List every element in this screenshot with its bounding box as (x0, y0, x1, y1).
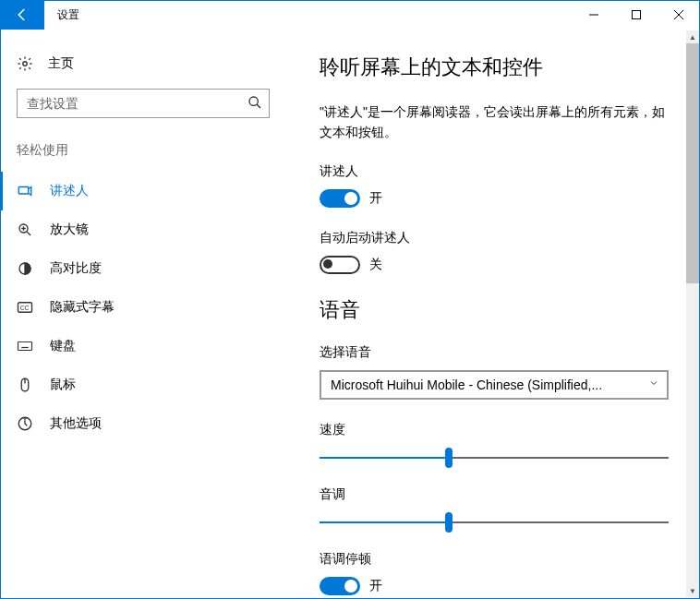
vertical-scrollbar[interactable]: ▲ ▼ (686, 30, 699, 597)
close-button[interactable] (658, 0, 700, 30)
sidebar-item-narrator[interactable]: 讲述人 (0, 172, 286, 210)
sidebar-item-magnifier[interactable]: 放大镜 (0, 210, 286, 249)
scroll-thumb[interactable] (686, 43, 699, 283)
sidebar-item-mouse[interactable]: 鼠标 (0, 365, 286, 404)
minimize-button[interactable] (573, 0, 615, 30)
home-link[interactable]: 主页 (0, 48, 286, 89)
maximize-button[interactable] (615, 0, 658, 30)
sidebar-item-label: 鼠标 (50, 377, 76, 393)
autostart-state: 关 (369, 257, 382, 273)
search-input[interactable] (17, 89, 270, 118)
sidebar-item-cc[interactable]: CC 隐藏式字幕 (0, 288, 286, 327)
search-container (17, 89, 270, 118)
cc-icon: CC (17, 299, 33, 316)
svg-rect-15 (18, 342, 32, 351)
pitch-label: 音调 (320, 486, 672, 503)
sidebar-item-label: 讲述人 (50, 183, 89, 199)
page-heading: 聆听屏幕上的文本和控件 (320, 54, 672, 81)
scroll-down-icon[interactable]: ▼ (686, 584, 699, 597)
sidebar-item-label: 隐藏式字幕 (50, 299, 115, 316)
speed-slider[interactable] (320, 448, 669, 468)
narrator-state: 开 (369, 190, 382, 207)
svg-rect-7 (18, 187, 29, 195)
narrator-label: 讲述人 (320, 163, 672, 180)
home-label: 主页 (48, 55, 74, 72)
magnifier-icon (17, 222, 33, 238)
sidebar-item-contrast[interactable]: 高对比度 (0, 249, 286, 288)
window-controls (573, 0, 700, 30)
sidebar-item-label: 键盘 (50, 338, 76, 354)
sidebar-section-label: 轻松使用 (0, 142, 286, 172)
voice-select[interactable]: Microsoft Huihui Mobile - Chinese (Simpl… (320, 370, 669, 400)
sidebar: 主页 轻松使用 讲述人 放大镜 高对比度 CC 隐藏式字幕 键盘 鼠 (0, 30, 286, 599)
content-pane: 聆听屏幕上的文本和控件 "讲述人"是一个屏幕阅读器，它会读出屏幕上的所有元素，如… (286, 30, 700, 599)
sidebar-item-label: 放大镜 (50, 222, 89, 238)
sidebar-item-label: 其他选项 (50, 415, 102, 432)
voice-selected-text: Microsoft Huihui Mobile - Chinese (Simpl… (331, 377, 602, 392)
svg-text:CC: CC (20, 305, 30, 311)
window-title: 设置 (44, 0, 573, 30)
svg-point-4 (23, 62, 28, 66)
autostart-label: 自动启动讲述人 (320, 230, 672, 246)
search-icon (247, 95, 262, 110)
pitch-thumb[interactable] (445, 512, 453, 533)
pause-state: 开 (369, 578, 382, 594)
narrator-toggle[interactable] (320, 189, 360, 208)
sidebar-item-other[interactable]: 其他选项 (0, 404, 286, 443)
pause-toggle[interactable] (320, 577, 360, 595)
speed-label: 速度 (320, 422, 672, 438)
svg-line-9 (27, 232, 30, 235)
back-button[interactable] (0, 0, 44, 30)
other-icon (17, 415, 33, 432)
keyboard-icon (17, 338, 33, 354)
pause-label: 语调停顿 (320, 551, 672, 568)
chevron-down-icon (648, 377, 659, 391)
gear-icon (17, 55, 33, 72)
titlebar: 设置 (0, 0, 700, 30)
mouse-icon (17, 377, 33, 393)
voice-select-label: 选择语音 (320, 344, 672, 361)
svg-point-5 (249, 97, 258, 105)
autostart-toggle[interactable] (320, 256, 360, 274)
sidebar-item-label: 高对比度 (50, 260, 102, 277)
speed-thumb[interactable] (445, 448, 453, 468)
page-description: "讲述人"是一个屏幕阅读器，它会读出屏幕上的所有元素，如文本和按钮。 (320, 102, 669, 143)
contrast-icon (17, 260, 33, 277)
narrator-icon (17, 183, 33, 199)
voice-heading: 语音 (320, 296, 672, 324)
svg-rect-1 (633, 11, 641, 19)
pitch-slider[interactable] (320, 512, 669, 533)
svg-line-6 (257, 104, 260, 108)
scroll-up-icon[interactable]: ▲ (686, 30, 699, 43)
sidebar-item-keyboard[interactable]: 键盘 (0, 327, 286, 365)
